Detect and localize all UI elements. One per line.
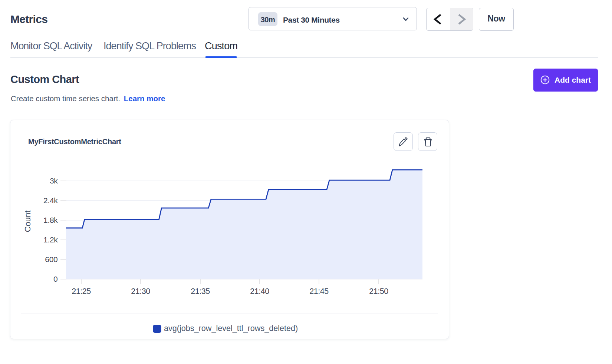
- svg-text:1.8k: 1.8k: [43, 216, 58, 224]
- svg-text:21:35: 21:35: [191, 287, 210, 296]
- svg-text:avg(jobs_row_level_ttl_rows_de: avg(jobs_row_level_ttl_rows_deleted): [164, 324, 298, 333]
- svg-text:21:45: 21:45: [309, 287, 329, 296]
- svg-text:0: 0: [53, 275, 57, 283]
- svg-text:21:25: 21:25: [72, 287, 91, 296]
- svg-text:3k: 3k: [50, 176, 58, 185]
- svg-text:600: 600: [45, 255, 57, 264]
- svg-text:21:30: 21:30: [131, 287, 150, 296]
- svg-text:2.4k: 2.4k: [43, 196, 58, 205]
- svg-text:Count: Count: [23, 211, 32, 232]
- svg-text:21:50: 21:50: [369, 287, 388, 296]
- svg-text:1.2k: 1.2k: [43, 235, 58, 244]
- svg-text:21:40: 21:40: [250, 287, 269, 296]
